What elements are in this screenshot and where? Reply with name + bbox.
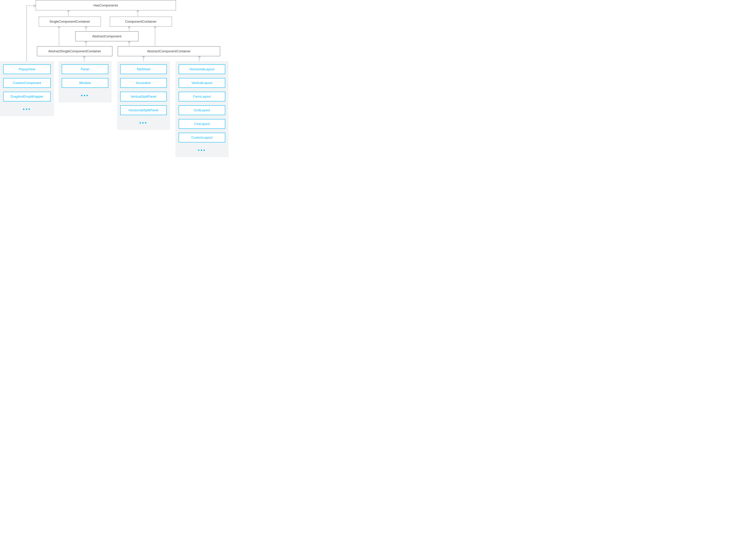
interface-component-container: ComponentContainer (110, 17, 172, 27)
node-label: SingleComponentContainer (49, 20, 90, 23)
concrete-window: Window (62, 78, 108, 88)
abstract-single-component-container: AbstractSingleComponentContainer (37, 46, 113, 56)
node-label: Accordion (136, 81, 151, 85)
node-label: AbstractComponentContainer (147, 49, 191, 53)
concrete-popupview: PopupView (3, 64, 51, 74)
node-label: ComponentContainer (125, 20, 157, 23)
interface-single-component-container: SingleComponentContainer (39, 17, 101, 27)
abstract-component-container: AbstractComponentContainer (118, 46, 220, 56)
concrete-formlayout: FormLayout (179, 92, 225, 101)
concrete-draganddropwrapper: DragAndDropWrapper (3, 92, 51, 101)
node-label: Window (79, 81, 91, 85)
concrete-accordion: Accordion (120, 78, 167, 88)
concrete-group-single-container: Panel Window ••• (58, 61, 112, 102)
ellipsis-icon: ••• (62, 92, 108, 101)
node-label: CssLayout (194, 122, 210, 126)
abstract-component: AbstractComponent (75, 31, 139, 41)
concrete-verticallayout: VerticalLayout (179, 78, 225, 88)
concrete-verticalsplitpanel: VerticalSplitPanel (120, 92, 167, 101)
concrete-customlayout: CustomLayout (179, 133, 225, 142)
node-label: CustomLayout (191, 136, 213, 140)
node-label: VerticalLayout (192, 81, 213, 85)
node-label: GridLayout (194, 108, 210, 112)
concrete-gridlayout: GridLayout (179, 105, 225, 115)
node-label: AbstractComponent (92, 35, 121, 38)
ellipsis-icon: ••• (120, 119, 167, 128)
node-label: HorizontalSplitPanel (128, 108, 158, 112)
interface-has-components: HasComponents (36, 0, 176, 11)
node-label: TabSheet (137, 67, 151, 71)
ellipsis-icon: ••• (3, 105, 51, 114)
concrete-customcomponent: CustomComponent (3, 78, 51, 88)
node-label: FormLayout (193, 95, 211, 99)
concrete-group-hascomponents: PopupView CustomComponent DragAndDropWra… (0, 61, 54, 116)
concrete-horizontallayout: HorizontalLayout (179, 64, 225, 74)
node-label: PopupView (19, 67, 36, 71)
class-hierarchy-diagram: HasComponents SingleComponentContainer C… (0, 0, 230, 171)
concrete-group-component-container-a: TabSheet Accordion VerticalSplitPanel Ho… (117, 61, 170, 130)
node-label: VerticalSplitPanel (131, 95, 157, 99)
concrete-csslayout: CssLayout (179, 119, 225, 129)
concrete-tabsheet: TabSheet (120, 64, 167, 74)
concrete-panel: Panel (62, 64, 108, 74)
node-label: CustomComponent (13, 81, 41, 85)
node-label: AbstractSingleComponentContainer (48, 49, 101, 53)
node-label: HasComponents (94, 4, 118, 7)
node-label: Panel (81, 67, 89, 71)
concrete-horizontalsplitpanel: HorizontalSplitPanel (120, 105, 167, 115)
concrete-group-component-container-b: HorizontalLayout VerticalLayout FormLayo… (175, 61, 229, 157)
node-label: HorizontalLayout (190, 67, 214, 71)
node-label: DragAndDropWrapper (11, 95, 43, 99)
ellipsis-icon: ••• (179, 146, 225, 155)
